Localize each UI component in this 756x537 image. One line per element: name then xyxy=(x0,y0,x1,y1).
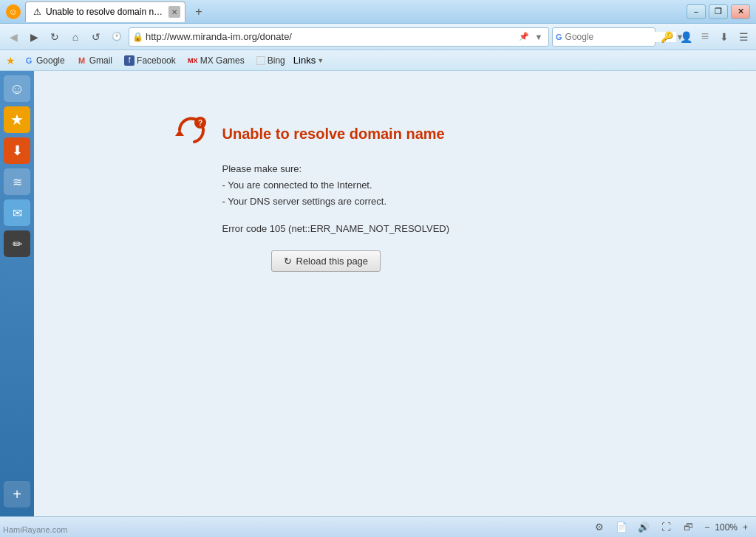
google-search-icon: G xyxy=(556,33,562,41)
error-code: Error code 105 (net::ERR_NAME_NOT_RESOLV… xyxy=(222,223,617,234)
sidebar: ☺ ★ ⬇ ≋ ✉ ✏ + xyxy=(0,71,34,516)
status-window-icon[interactable]: 🗗 xyxy=(680,519,696,536)
recent-tabs-button[interactable]: 🕐 xyxy=(108,28,126,46)
minimize-button[interactable]: − xyxy=(687,4,706,19)
error-header: ? Unable to resolve domain name xyxy=(174,115,617,152)
status-page-icon[interactable]: 📄 xyxy=(613,519,630,536)
sidebar-item-favorites[interactable]: ★ xyxy=(4,106,30,133)
forward-button[interactable]: ▶ xyxy=(25,28,43,46)
window-controls: − ❐ ✕ xyxy=(687,4,750,19)
sidebar-add-button[interactable]: + xyxy=(4,481,30,507)
mxgames-label: MX Games xyxy=(200,55,245,66)
error-svg-icon: ? xyxy=(174,115,209,151)
bing-favicon xyxy=(256,56,265,65)
links-dropdown-icon[interactable]: ▼ xyxy=(317,57,324,64)
tab-close-button[interactable]: ✕ xyxy=(168,6,180,18)
svg-text:?: ? xyxy=(197,119,202,127)
sidebar-item-message[interactable]: ✉ xyxy=(4,199,30,226)
status-settings-icon[interactable]: ⚙ xyxy=(591,519,607,536)
maximize-button[interactable]: ❐ xyxy=(709,4,728,19)
browser-tab[interactable]: ⚠ Unable to resolve domain name ✕ xyxy=(25,1,185,22)
status-bar: ⚙ 📄 🔊 ⛶ 🗗 − 100% + xyxy=(0,516,756,537)
message-icon: ✉ xyxy=(13,206,22,220)
gmail-favicon: M xyxy=(77,55,87,66)
status-right: ⚙ 📄 🔊 ⛶ 🗗 − 100% + xyxy=(591,519,750,536)
title-bar-left: ☺ ⚠ Unable to resolve domain name ✕ + xyxy=(6,1,687,22)
navigation-bar: ◀ ▶ ↻ ⌂ ↺ 🕐 🔒 📌 ▼ G ▼ 🔑 👤 ≡ ⬇ ☰ xyxy=(0,24,756,50)
search-bar-container: G ▼ xyxy=(552,27,655,47)
google-label: Google xyxy=(36,55,65,66)
bookmark-google[interactable]: G Google xyxy=(20,54,69,67)
reload-page-button[interactable]: ↻ Reload this page xyxy=(271,250,381,272)
sidebar-item-download[interactable]: ⬇ xyxy=(4,137,30,164)
main-layout: ☺ ★ ⬇ ≋ ✉ ✏ + xyxy=(0,71,756,516)
nav-right-icons: 🔑 👤 ≡ ⬇ ☰ xyxy=(658,29,752,45)
title-bar: ☺ ⚠ Unable to resolve domain name ✕ + − … xyxy=(0,0,756,24)
browser-icon: ☺ xyxy=(6,4,21,19)
gmail-label: Gmail xyxy=(89,55,112,66)
close-window-button[interactable]: ✕ xyxy=(731,4,750,19)
rss-icon: ≋ xyxy=(13,175,22,189)
facebook-label: Facebook xyxy=(137,55,176,66)
status-fullscreen-icon[interactable]: ⛶ xyxy=(658,519,674,536)
zoom-minus-button[interactable]: − xyxy=(702,522,712,533)
content-area: ? Unable to resolve domain name Please m… xyxy=(34,71,756,516)
tab-title: Unable to resolve domain name xyxy=(46,7,164,17)
menu-icon[interactable]: ☰ xyxy=(735,29,752,45)
error-arrows-icon: ? xyxy=(174,115,211,151)
bookmark-links[interactable]: Links ▼ xyxy=(293,55,324,66)
status-volume-icon[interactable]: 🔊 xyxy=(636,519,652,536)
google-favicon: G xyxy=(24,55,34,66)
bookmarks-bar: ★ G Google M Gmail f Facebook MX MX Game… xyxy=(0,50,756,71)
error-icon-container: ? xyxy=(174,115,211,152)
home-button[interactable]: ⌂ xyxy=(67,28,84,46)
bookmark-mxgames[interactable]: MX MX Games xyxy=(184,54,248,67)
address-bar-container: 🔒 📌 ▼ xyxy=(129,27,549,47)
person-icon[interactable]: 👤 xyxy=(678,29,694,45)
reload-label: Reload this page xyxy=(296,256,369,267)
smile-icon: ☺ xyxy=(10,81,24,98)
back-button[interactable]: ◀ xyxy=(4,28,22,46)
download-icon[interactable]: ⬇ xyxy=(716,29,732,45)
watermark: HamiRayane.com xyxy=(3,525,67,534)
sidebar-item-notes[interactable]: ✏ xyxy=(4,230,30,257)
nav-divider: ≡ xyxy=(697,29,713,45)
bookmark-gmail[interactable]: M Gmail xyxy=(73,54,116,67)
address-icons: 📌 ▼ xyxy=(517,30,545,44)
error-box: ? Unable to resolve domain name Please m… xyxy=(174,115,617,272)
bookmarks-star-icon[interactable]: ★ xyxy=(6,55,16,66)
key-icon[interactable]: 🔑 xyxy=(658,29,675,45)
zoom-plus-button[interactable]: + xyxy=(740,522,750,533)
bookmark-bing[interactable]: Bing xyxy=(253,54,289,67)
sidebar-item-rss[interactable]: ≋ xyxy=(4,168,30,195)
reload-nav-button[interactable]: ↻ xyxy=(46,28,64,46)
error-body: Please make sure: - You are connected to… xyxy=(222,161,617,210)
pin-icon[interactable]: 📌 xyxy=(517,30,531,44)
sidebar-bottom: + xyxy=(4,481,30,512)
make-sure-text: Please make sure: xyxy=(222,161,617,177)
download-sidebar-icon: ⬇ xyxy=(12,143,23,159)
star-icon: ★ xyxy=(10,111,24,129)
error-item-1: - You are connected to the Internet. xyxy=(222,177,617,194)
sidebar-item-smile[interactable]: ☺ xyxy=(4,75,30,102)
bing-label: Bing xyxy=(268,55,285,66)
zoom-level: 100% xyxy=(715,522,738,533)
reload-button-container: ↻ Reload this page xyxy=(222,243,617,272)
history-button[interactable]: ↺ xyxy=(87,28,105,46)
lock-icon: 🔒 xyxy=(132,32,143,42)
svg-marker-0 xyxy=(175,130,184,136)
bookmark-facebook[interactable]: f Facebook xyxy=(120,54,180,67)
error-item-2: - Your DNS server settings are correct. xyxy=(222,194,617,210)
facebook-favicon: f xyxy=(124,55,134,66)
reload-icon: ↻ xyxy=(284,256,292,267)
address-dropdown-icon[interactable]: ▼ xyxy=(532,30,545,44)
notes-icon: ✏ xyxy=(13,237,22,251)
links-label: Links xyxy=(293,55,316,66)
status-zoom: − 100% + xyxy=(702,522,750,533)
address-input[interactable] xyxy=(146,31,517,42)
tab-favicon: ⚠ xyxy=(33,7,41,17)
error-title: Unable to resolve domain name xyxy=(222,126,445,143)
mxgames-favicon: MX xyxy=(188,55,198,66)
new-tab-button[interactable]: + xyxy=(190,3,208,21)
